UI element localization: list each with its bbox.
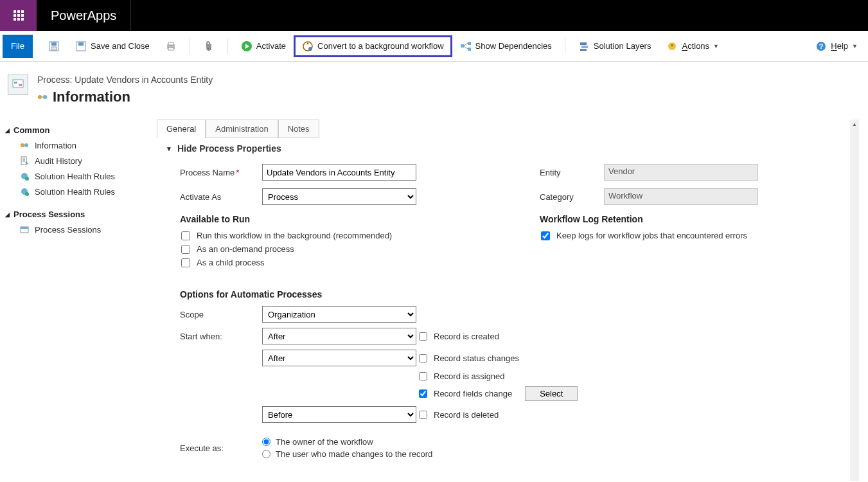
sidebar-item-information[interactable]: Information — [5, 138, 154, 153]
start-when-select-2[interactable]: After — [262, 350, 416, 366]
app-launcher[interactable] — [0, 0, 37, 31]
record-created-checkbox[interactable] — [419, 332, 427, 341]
svg-rect-33 — [21, 227, 28, 229]
waffle-icon — [13, 10, 24, 21]
scope-label: Scope — [180, 310, 262, 319]
svg-rect-1 — [51, 42, 57, 46]
entity-value: Vendor — [604, 164, 758, 181]
sidebar-group-common[interactable]: Common — [5, 123, 154, 138]
sidebar-item-solution-health-rules-2[interactable]: Solution Health Rules — [5, 184, 154, 199]
collapse-label: Hide Process Properties — [177, 143, 281, 154]
health-icon — [19, 171, 30, 181]
svg-rect-2 — [51, 47, 57, 50]
record-deleted-label: Record is deleted — [434, 410, 499, 420]
svg-rect-27 — [21, 157, 26, 165]
sessions-icon — [19, 224, 30, 235]
actions-menu[interactable]: Actions ▼ — [659, 36, 727, 57]
scroll-up-icon: ▲ — [850, 120, 859, 129]
process-small-icon — [37, 92, 48, 102]
save-and-close-button[interactable]: Save and Close — [67, 36, 157, 57]
child-process-checkbox[interactable] — [181, 258, 190, 267]
page-title: Information — [53, 89, 130, 105]
start-when-select-1[interactable]: After — [262, 328, 416, 344]
run-background-label: Run this workflow in the background (rec… — [197, 231, 392, 240]
category-label: Category — [540, 192, 604, 202]
keep-logs-checkbox[interactable] — [541, 231, 550, 240]
svg-rect-11 — [461, 44, 464, 48]
activate-as-select[interactable]: Process — [262, 188, 416, 205]
svg-point-25 — [21, 143, 24, 147]
record-assigned-label: Record is assigned — [434, 371, 505, 381]
svg-rect-21 — [14, 82, 17, 84]
exec-user-radio[interactable] — [262, 450, 270, 458]
select-fields-button[interactable]: Select — [525, 386, 578, 401]
attach-button[interactable] — [195, 36, 222, 57]
process-entity-icon — [8, 75, 28, 95]
available-to-run-title: Available to Run — [180, 214, 488, 224]
activate-as-label: Activate As — [180, 192, 262, 202]
svg-point-26 — [24, 143, 28, 147]
record-status-checkbox[interactable] — [419, 354, 427, 362]
record-fields-checkbox[interactable] — [419, 389, 427, 398]
save-and-close-label: Save and Close — [91, 41, 150, 51]
sidebar-item-process-sessions[interactable]: Process Sessions — [5, 222, 154, 237]
sidebar-item-solution-health-rules[interactable]: Solution Health Rules — [5, 168, 154, 184]
vertical-scrollbar[interactable]: ▲ — [850, 120, 859, 481]
exec-owner-label: The owner of the workflow — [276, 437, 373, 447]
actions-label: Actions — [682, 41, 709, 51]
tab-general[interactable]: General — [157, 120, 206, 138]
sidebar-item-label: Solution Health Rules — [35, 172, 115, 181]
print-button[interactable] — [157, 36, 184, 57]
scope-select[interactable]: Organization — [262, 306, 416, 323]
svg-text:?: ? — [819, 42, 824, 50]
save-button[interactable] — [40, 36, 67, 57]
svg-rect-7 — [168, 48, 173, 50]
print-icon — [165, 40, 177, 52]
svg-point-23 — [38, 95, 42, 99]
sidebar-item-audit-history[interactable]: Audit History — [5, 153, 154, 168]
svg-rect-16 — [580, 49, 587, 51]
activate-icon — [241, 40, 252, 52]
record-deleted-checkbox[interactable] — [419, 411, 427, 419]
solution-layers-button[interactable]: Solution Layers — [571, 36, 659, 57]
help-label: Help — [831, 41, 848, 51]
save-icon — [48, 40, 60, 52]
help-menu[interactable]: ? Help ▼ — [808, 36, 865, 57]
help-icon: ? — [815, 40, 827, 52]
tab-administration[interactable]: Administration — [206, 120, 278, 138]
breadcrumb: Process: Update Vendors in Accounts Enti… — [37, 75, 213, 85]
record-assigned-checkbox[interactable] — [419, 372, 427, 380]
sidebar-group-process-sessions[interactable]: Process Sessions — [5, 207, 154, 222]
execute-as-label: Execute as: — [180, 443, 262, 453]
svg-rect-12 — [468, 42, 471, 45]
layers-icon — [578, 40, 590, 52]
brand-title: PowerApps — [37, 0, 131, 31]
record-created-label: Record is created — [434, 332, 499, 341]
on-demand-checkbox[interactable] — [181, 245, 190, 254]
paperclip-icon — [203, 40, 215, 52]
keep-logs-label: Keep logs for workflow jobs that encount… — [556, 231, 747, 240]
activate-button[interactable]: Activate — [233, 36, 294, 57]
file-tab[interactable]: File — [3, 35, 33, 58]
chevron-down-icon: ▼ — [713, 43, 719, 49]
run-background-checkbox[interactable] — [181, 231, 190, 240]
exec-owner-radio[interactable] — [262, 438, 270, 446]
process-icon — [19, 140, 30, 150]
tab-notes[interactable]: Notes — [278, 120, 319, 138]
exec-user-label: The user who made changes to the record — [276, 449, 432, 459]
sidebar-item-label: Audit History — [35, 156, 82, 166]
start-when-select-3[interactable]: Before — [262, 406, 416, 423]
convert-background-workflow-button[interactable]: Convert to a background workflow — [294, 35, 452, 57]
record-fields-label: Record fields change — [434, 389, 512, 398]
actions-icon — [666, 40, 678, 52]
save-close-icon — [75, 40, 87, 52]
show-dependencies-button[interactable]: Show Dependencies — [452, 36, 560, 57]
svg-rect-13 — [468, 48, 471, 51]
entity-label: Entity — [540, 168, 604, 177]
solution-layers-label: Solution Layers — [594, 41, 651, 51]
svg-point-31 — [25, 192, 29, 196]
start-when-label: Start when: — [180, 332, 262, 341]
process-name-input[interactable] — [262, 164, 416, 181]
show-dependencies-label: Show Dependencies — [475, 41, 552, 51]
hide-process-properties-toggle[interactable]: Hide Process Properties — [154, 139, 849, 157]
